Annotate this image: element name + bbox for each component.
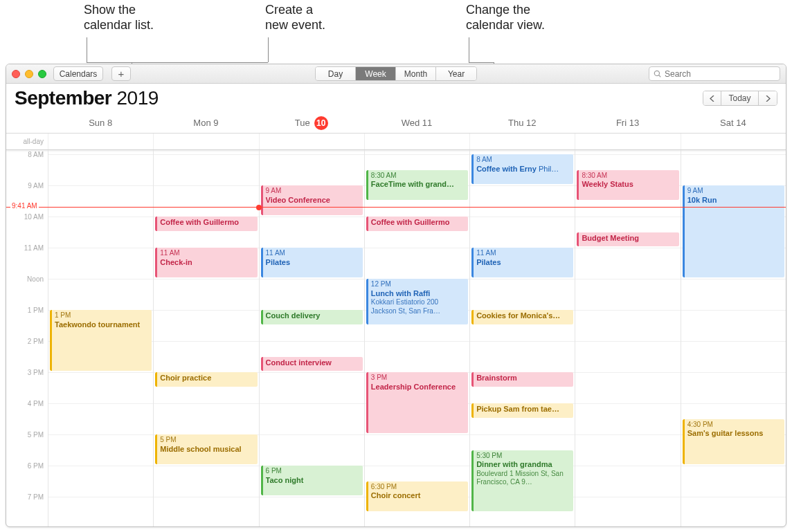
- titlebar: Calendars + DayWeekMonthYear: [6, 64, 786, 84]
- calendar-event[interactable]: Conduct interview: [261, 357, 363, 372]
- week-grid[interactable]: 8 AM9 AM10 AM11 AMNoon1 PM2 PM3 PM4 PM5 …: [6, 150, 786, 526]
- calendar-event[interactable]: Cookies for Monica's…: [471, 310, 573, 324]
- hour-label: 9 AM: [28, 182, 44, 190]
- calendar-event[interactable]: Budget Meeting: [577, 232, 678, 247]
- day-header-row: Sun 8Mon 9Tue10Wed 11Thu 12Fri 13Sat 14: [6, 113, 786, 134]
- today-badge: 10: [314, 116, 328, 130]
- hour-label: 6 PM: [28, 462, 44, 470]
- event-title: Taco night: [266, 476, 360, 486]
- hour-label: 2 PM: [28, 338, 44, 345]
- event-title: Pilates: [476, 258, 570, 268]
- event-title: Pilates: [266, 258, 360, 268]
- prev-week-button[interactable]: [703, 91, 721, 105]
- view-week[interactable]: Week: [356, 67, 396, 80]
- view-day[interactable]: Day: [316, 67, 356, 80]
- calendar-event[interactable]: Couch delivery: [261, 310, 363, 324]
- calendar-event[interactable]: 1 PMTaekwondo tournament: [50, 310, 152, 371]
- event-time: 11 AM: [266, 249, 360, 258]
- chevron-right-icon: [766, 95, 771, 102]
- calendar-event[interactable]: 8:30 AMFaceTime with grand…: [366, 170, 468, 200]
- annotation-new-event: Create a new event.: [265, 3, 325, 33]
- event-title: Dinner with grandma: [476, 460, 570, 470]
- day-column-header: Thu 12: [469, 113, 575, 133]
- calendar-event[interactable]: 11 AMCheck-in: [155, 248, 257, 277]
- event-time: 3 PM: [371, 374, 465, 383]
- calendar-event[interactable]: 12 PMLunch with RaffiKokkari Estiatorio …: [366, 279, 468, 324]
- event-title: Coffee with Erny Phil…: [476, 165, 570, 174]
- calendar-event[interactable]: 3 PMLeadership Conference: [366, 372, 468, 433]
- event-title: Middle school musical: [160, 445, 254, 455]
- minimize-window-button[interactable]: [25, 70, 33, 78]
- current-time-indicator: 9:41 AM: [6, 207, 786, 208]
- event-time: 6 PM: [266, 467, 360, 476]
- event-title: FaceTime with grand…: [371, 180, 465, 190]
- view-month[interactable]: Month: [396, 67, 436, 80]
- event-time: 5:30 PM: [476, 452, 570, 461]
- calendar-event[interactable]: 9 AMVideo Conference: [261, 185, 363, 215]
- event-title: Coffee with Guillermo: [160, 218, 254, 228]
- event-time: 8:30 AM: [371, 172, 465, 181]
- calendar-event[interactable]: Pickup Sam from tae…: [471, 403, 573, 418]
- hour-label: 7 PM: [28, 493, 44, 501]
- event-title: Budget Meeting: [582, 234, 676, 244]
- calendar-event[interactable]: Brainstorm: [471, 372, 573, 387]
- calendar-event[interactable]: 4:30 PMSam's guitar lessons: [683, 419, 784, 465]
- new-event-button[interactable]: +: [111, 66, 131, 81]
- calendar-event[interactable]: 6:30 PMChoir concert: [366, 481, 468, 511]
- event-title: Coffee with Guillermo: [371, 218, 465, 228]
- hour-label: 10 AM: [24, 213, 44, 221]
- event-time: 11 AM: [476, 249, 570, 258]
- event-title: Choir practice: [160, 374, 254, 383]
- day-column-header: Wed 11: [364, 113, 469, 133]
- event-title: Check-in: [160, 258, 254, 268]
- search-icon: [654, 70, 662, 78]
- current-time-label: 9:41 AM: [10, 202, 39, 210]
- event-time: 5 PM: [160, 436, 254, 445]
- event-title: Weekly Status: [582, 180, 676, 190]
- event-title: Conduct interview: [266, 358, 360, 368]
- search-input[interactable]: [665, 69, 775, 79]
- calendars-list-button[interactable]: Calendars: [53, 66, 103, 81]
- all-day-label: all-day: [6, 134, 48, 149]
- today-button[interactable]: Today: [721, 91, 759, 105]
- event-time: 12 PM: [371, 280, 465, 289]
- day-column-header: Sun 8: [48, 113, 153, 133]
- view-switcher: DayWeekMonthYear: [315, 66, 477, 81]
- calendar-event[interactable]: 11 AMPilates: [261, 248, 363, 277]
- calendar-event[interactable]: Coffee with Guillermo: [155, 217, 257, 231]
- all-day-row: all-day: [6, 134, 786, 150]
- calendar-event[interactable]: Choir practice: [155, 372, 257, 387]
- calendar-event[interactable]: 6 PMTaco night: [261, 466, 363, 495]
- event-time: 11 AM: [160, 249, 254, 258]
- event-title: Pickup Sam from tae…: [476, 405, 570, 414]
- hour-label: 3 PM: [28, 369, 44, 376]
- calendar-event[interactable]: 5:30 PMDinner with grandmaBoulevard 1 Mi…: [471, 450, 573, 511]
- calendar-event[interactable]: 8:30 AMWeekly Status: [577, 170, 678, 200]
- month-header: September 2019 Today: [6, 84, 786, 113]
- event-title: 10k Run: [687, 196, 782, 205]
- calendar-event[interactable]: 5 PMMiddle school musical: [155, 434, 257, 464]
- search-box[interactable]: [649, 66, 780, 81]
- calendar-event[interactable]: 11 AMPilates: [471, 248, 573, 277]
- hour-label: 4 PM: [28, 400, 44, 407]
- window-controls: [12, 70, 46, 78]
- view-year[interactable]: Year: [436, 67, 476, 80]
- page-title: September 2019: [15, 87, 159, 109]
- event-title: Sam's guitar lessons: [687, 429, 782, 439]
- fullscreen-window-button[interactable]: [38, 70, 46, 78]
- current-time-dot: [256, 205, 262, 210]
- week-navigator: Today: [703, 91, 777, 106]
- calendar-event[interactable]: 8 AMCoffee with Erny Phil…: [471, 154, 573, 184]
- calendar-event[interactable]: Coffee with Guillermo: [366, 217, 468, 231]
- close-window-button[interactable]: [12, 70, 20, 78]
- calendar-window: Calendars + DayWeekMonthYear September 2…: [6, 64, 786, 527]
- calendar-event[interactable]: 9 AM10k Run: [683, 185, 784, 277]
- event-title: Leadership Conference: [371, 383, 465, 392]
- hour-label: 8 AM: [28, 151, 44, 158]
- event-title: Couch delivery: [266, 311, 360, 321]
- hour-label: 11 AM: [24, 244, 44, 252]
- next-week-button[interactable]: [759, 91, 777, 105]
- event-time: 6:30 PM: [371, 483, 465, 492]
- annotation-change-view: Change the calendar view.: [466, 3, 545, 33]
- event-time: 8:30 AM: [582, 172, 676, 181]
